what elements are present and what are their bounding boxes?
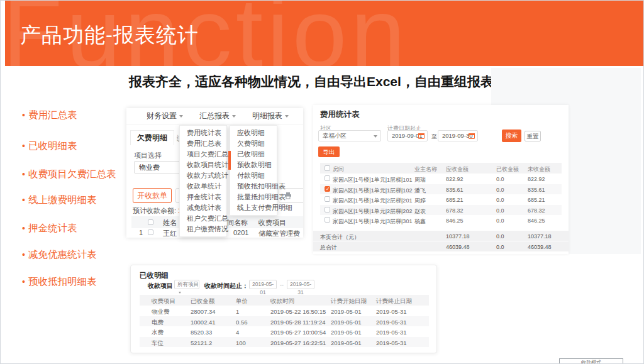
table-row: 家园A区|1号楼|1单元|2层梯|201 周婷 685.21 0.0 685.2…: [320, 194, 562, 204]
row-checkbox[interactable]: [325, 196, 330, 202]
receive-time-label: 收款时间起止：: [204, 282, 248, 290]
page-total-row: 本页合计（元） 10377.18 0.0 10377.18: [313, 231, 569, 241]
list-item: •押金统计表: [22, 222, 77, 235]
menu-item[interactable]: 收款单统计: [180, 181, 226, 192]
list-item: •线上缴费明细表: [22, 194, 96, 207]
fee-table-header: 房间 业主名称 应收金额 已收金额 未收金额: [320, 163, 562, 174]
row-checkbox[interactable]: [325, 217, 330, 223]
row-checkbox[interactable]: [148, 229, 153, 235]
cutoff-popup: 收款模式: [559, 358, 623, 364]
table-row: 电费 10002.41 0.56 2019-05-28 11:19:24 201…: [140, 316, 429, 326]
time-to-input[interactable]: 2019-05-31: [287, 280, 314, 289]
menu-item[interactable]: 项目欠费汇总: [180, 149, 226, 160]
menu-item[interactable]: 欠费明细: [230, 138, 277, 149]
table-row: 车位 52121.2 100 2019-05-27 16:22:51 2019-…: [140, 337, 429, 347]
fee-stats-panel: 费用统计表 社区 计费日期起止 幸福小区 2019-09-01 至 2019-0…: [313, 105, 569, 254]
finance-menubar: 财务设置 汇总报表 明细报表: [126, 108, 303, 124]
calendar-icon: [469, 133, 475, 139]
list-item: •收费项目欠费汇总表: [22, 168, 116, 181]
menu-item[interactable]: 租户缴费情况: [180, 224, 226, 234]
received-table-header: 收费项目 已收金额 单价 收款时间 计费开始日期 计费终止日期: [140, 295, 429, 306]
range-separator: --: [280, 282, 284, 288]
project-select[interactable]: 物业费: [134, 161, 183, 174]
menu-item[interactable]: 应收明细: [230, 128, 277, 138]
summary-reports-dropdown: 费用统计表 费用汇总表 项目欠费汇总 收款项目统计 收款方式统计 收款单统计 押…: [179, 125, 227, 237]
menu-item[interactable]: 减免统计表: [180, 202, 226, 213]
grand-total-row: 总合计 46039.48 0.0 46039.48: [313, 241, 569, 251]
bullet-icon: •: [22, 277, 25, 287]
menu-item[interactable]: 批量抵扣明细表: [230, 192, 277, 202]
menu-item[interactable]: 收款方式统计: [180, 170, 226, 181]
slide-header: Function 产品功能-报表统计: [5, 1, 643, 66]
export-button[interactable]: 导出: [318, 146, 340, 157]
table-row: 家园A区|1号楼|1单元|1层梯|101 周瑞 822.92 0.0 822.9…: [320, 174, 562, 184]
table-row: 家园A区|1号楼|1单元|1层梯|102 潘飞 835.61 0.0 835.6…: [320, 184, 562, 194]
chevron-down-icon: [179, 292, 181, 294]
menu-item[interactable]: 费用统计表: [180, 128, 226, 138]
received-detail-panel: 已收明细 收款项目： 所有项目 收款时间起止： 2019-05-01 -- 20…: [130, 265, 437, 353]
menu-item[interactable]: 费用汇总表: [180, 138, 226, 149]
menu-summary-reports[interactable]: 汇总报表: [199, 111, 236, 121]
chevron-down-icon: [232, 115, 236, 118]
table-row: 水费 8520.33 4 2019-05-27 10:00:54 2019-05…: [140, 326, 429, 336]
reset-button[interactable]: 重置: [525, 131, 541, 141]
bullet-icon: •: [22, 169, 25, 179]
row-checkbox[interactable]: [325, 175, 330, 181]
search-button[interactable]: 搜索: [502, 130, 521, 142]
menu-item[interactable]: 收款项目统计: [180, 160, 226, 170]
chevron-down-icon: [285, 115, 289, 118]
menu-item[interactable]: 预收抵扣明细表: [230, 181, 277, 192]
table-row: 家园A区|1号楼|1单元|2层梯|202 赵农 678.32 0.0 678.3…: [320, 205, 562, 215]
page-title: 产品功能-报表统计: [20, 21, 199, 50]
list-item: •费用汇总表: [22, 109, 77, 122]
row-checkbox[interactable]: [325, 207, 330, 212]
menu-item[interactable]: 已收明细: [230, 149, 277, 160]
date-to-input[interactable]: 2019-09-30: [438, 130, 478, 141]
bullet-icon: •: [22, 250, 25, 260]
bullet-icon: •: [22, 110, 25, 120]
panel-title: 费用统计表: [320, 109, 360, 120]
menu-item[interactable]: 租户欠费汇总: [180, 213, 226, 224]
row-checkbox-checked[interactable]: [325, 186, 330, 192]
menu-item[interactable]: 线上支付费用明细: [230, 202, 277, 213]
active-item-indicator: [228, 151, 231, 170]
date-to-label: 至: [431, 133, 437, 141]
open-receipt-button[interactable]: 开收款单: [133, 188, 172, 203]
bullet-icon: •: [22, 223, 25, 233]
table-row: 家园A区|1号楼|1单元|3层梯|301 杨鑫 846.25 0.0 846.2…: [320, 215, 562, 225]
table-row: 物业费 28007.34 1 2019-05-22 16:50:15 2019-…: [140, 306, 429, 316]
project-select[interactable]: 所有项目: [174, 280, 199, 289]
list-item: •减免优惠统计表: [22, 248, 96, 262]
chevron-down-icon: [179, 115, 183, 118]
menu-item[interactable]: 预收款明细: [230, 160, 277, 170]
menu-detail-reports[interactable]: 明细报表: [252, 111, 289, 121]
slide: Function 产品功能-报表统计 报表齐全，适应各种物业情况，自由导出Exc…: [0, 0, 644, 364]
time-from-input[interactable]: 2019-05-01: [249, 280, 277, 289]
menu-item[interactable]: 付款明细: [230, 170, 277, 181]
list-item: •预收抵扣明细表: [22, 275, 96, 289]
calendar-icon: [418, 133, 425, 139]
bullet-icon: •: [22, 195, 25, 205]
panel-title: 已收明细: [140, 271, 169, 280]
list-item: •已收明细表: [22, 140, 77, 153]
select-all-checkbox[interactable]: [148, 219, 153, 225]
tab-arrears-detail[interactable]: 欠费明细: [130, 130, 174, 145]
subtitle: 报表齐全，适应各种物业情况，自由导出Excel，自由重组报表: [129, 73, 494, 91]
date-from-input[interactable]: 2019-09-01: [387, 130, 428, 141]
chevron-down-icon: [374, 135, 377, 138]
project-select-label: 项目选择: [134, 151, 162, 160]
select-all-checkbox[interactable]: [325, 165, 330, 171]
community-select[interactable]: 幸福小区: [318, 130, 381, 141]
menu-finance-settings[interactable]: 财务设置: [147, 111, 183, 121]
menu-item[interactable]: 押金统计表: [180, 192, 226, 202]
detail-reports-dropdown: 应收明细 欠费明细 已收明细 预收款明细 付款明细 预收抵扣明细表 批量抵扣明细…: [230, 125, 277, 216]
bullet-icon: •: [22, 141, 25, 151]
